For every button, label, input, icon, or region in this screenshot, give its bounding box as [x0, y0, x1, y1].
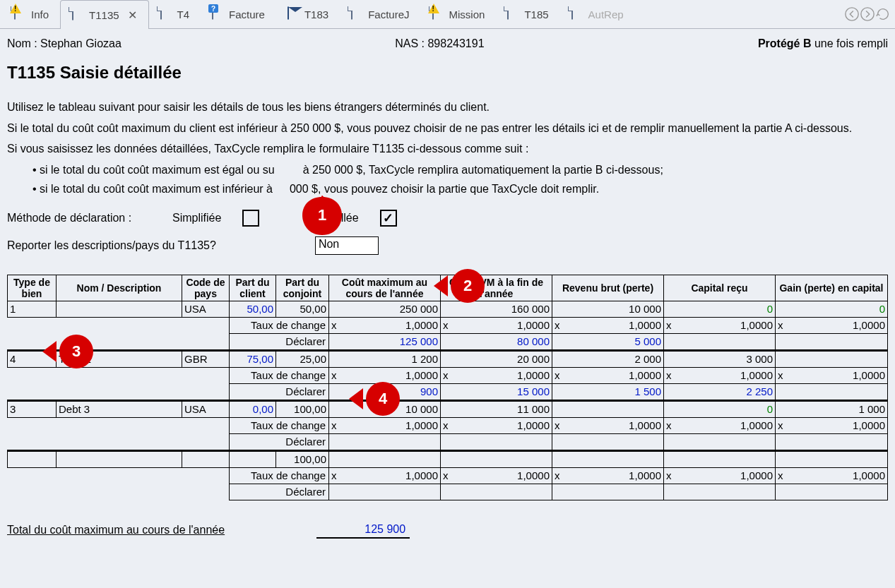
table-row-declare[interactable]: Déclarer 90015 0001 5002 250 [8, 383, 888, 400]
col-cout: Coût maximum au cours de l'année [329, 275, 441, 301]
report-select[interactable]: Non [315, 236, 379, 255]
col-conjoint: Part du conjoint [276, 275, 329, 301]
callout-4: 4 [349, 381, 403, 416]
callout-1: 1 [301, 196, 343, 235]
method-label: Méthode de déclaration : [7, 212, 155, 224]
nav-refresh-icon[interactable] [875, 6, 891, 22]
envelope-icon [288, 6, 289, 20]
col-pays: Code de pays [182, 275, 230, 301]
close-icon[interactable]: ✕ [128, 8, 137, 22]
assets-table: Type de bien Nom / Description Code de p… [7, 275, 888, 500]
col-desc: Nom / Description [57, 275, 182, 301]
table-row[interactable]: 100,00 [8, 450, 888, 467]
callout-3: 3 [42, 334, 96, 369]
tab-t185[interactable]: T185 [496, 0, 559, 28]
table-row-rate[interactable]: Taux de change x1,0000x1,0000x1,0000x1,0… [8, 317, 888, 333]
tab-t4[interactable]: T4 [149, 0, 201, 28]
report-label: Reporter les descriptions/pays du T1135? [7, 239, 216, 252]
nav-fwd-icon[interactable] [860, 6, 875, 22]
intro-para-3: Si vous saisissez les données détaillées… [7, 141, 888, 157]
warning-icon [428, 4, 439, 13]
warning-icon [10, 4, 21, 13]
col-gain: Gain (perte) en capital [776, 275, 888, 301]
tab-mission[interactable]: Mission [421, 0, 497, 28]
table-row-declare[interactable]: Déclarer [8, 484, 888, 500]
col-cap: Capital reçu [664, 275, 776, 301]
tab-info[interactable]: Info [3, 0, 60, 28]
svg-point-0 [846, 8, 858, 20]
total-value[interactable]: 125 900 [316, 522, 410, 539]
table-row-declare[interactable]: Déclarer [8, 433, 888, 450]
table-row-rate[interactable]: Taux de change x1,0000x1,0000x1,0000x1,0… [8, 367, 888, 383]
method-simplified-label: Simplifiée [172, 212, 221, 224]
intro-para-2: Si le total du coût coût maximum du clie… [7, 121, 888, 136]
client-nas: NAS : 898243191 [395, 37, 484, 50]
tab-t1135[interactable]: T1135✕ [60, 0, 149, 29]
total-label: Total du coût maximum au cours de l'anné… [7, 524, 225, 536]
tab-bar: Info T1135✕ T4 ?Facture T183 FactureJ Mi… [0, 0, 895, 29]
tab-facture[interactable]: ?Facture [201, 0, 276, 28]
question-icon: ? [208, 4, 218, 13]
tab-t183[interactable]: T183 [276, 0, 340, 28]
col-type: Type de bien [8, 275, 57, 301]
table-row-rate[interactable]: Taux de change x1,0000x1,0000x1,0000x1,0… [8, 417, 888, 433]
tab-nav [844, 0, 895, 28]
col-client: Part du client [230, 275, 276, 301]
page-title: T1135 Saisie détaillée [7, 63, 888, 83]
svg-point-1 [861, 8, 874, 20]
bullet-1: • si le total du coût coût maximum est é… [32, 162, 888, 178]
client-name: Nom : Stephan Giozaa [7, 37, 121, 50]
method-simplified-checkbox[interactable] [242, 210, 259, 227]
protection-label: Protégé B une fois rempli [758, 37, 888, 50]
tab-autrep[interactable]: AutRep [560, 0, 635, 28]
nav-back-icon[interactable] [844, 6, 860, 22]
table-row[interactable]: 3Debt 3USA 0,00100,00 10 00011 000 0 1 0… [8, 400, 888, 417]
table-row[interactable]: 4Trust 2GBR 75,0025,00 1 20020 0002 000 … [8, 350, 888, 367]
method-detailed-checkbox[interactable] [380, 210, 397, 227]
callout-2: 2 [434, 268, 487, 304]
intro-para-1: Utilisez le tableau suivant pour saisir … [7, 100, 888, 115]
table-row-declare[interactable]: Déclarer 125 00080 0005 000 [8, 333, 888, 350]
tab-facturej[interactable]: FactureJ [340, 0, 420, 28]
col-rev: Revenu brut (perte) [552, 275, 664, 301]
bullet-2: • si le total du coût coût maximum est i… [32, 181, 888, 197]
table-row-rate[interactable]: Taux de change x1,0000x1,0000x1,0000x1,0… [8, 467, 888, 484]
